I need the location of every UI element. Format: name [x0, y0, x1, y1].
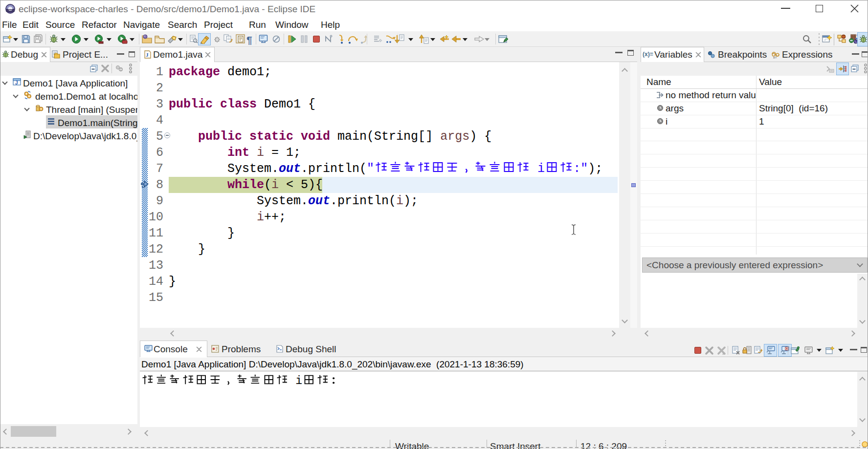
- svg-text:x=: x=: [773, 56, 777, 59]
- svg-text:J: J: [146, 52, 149, 58]
- svg-text:J: J: [15, 80, 18, 86]
